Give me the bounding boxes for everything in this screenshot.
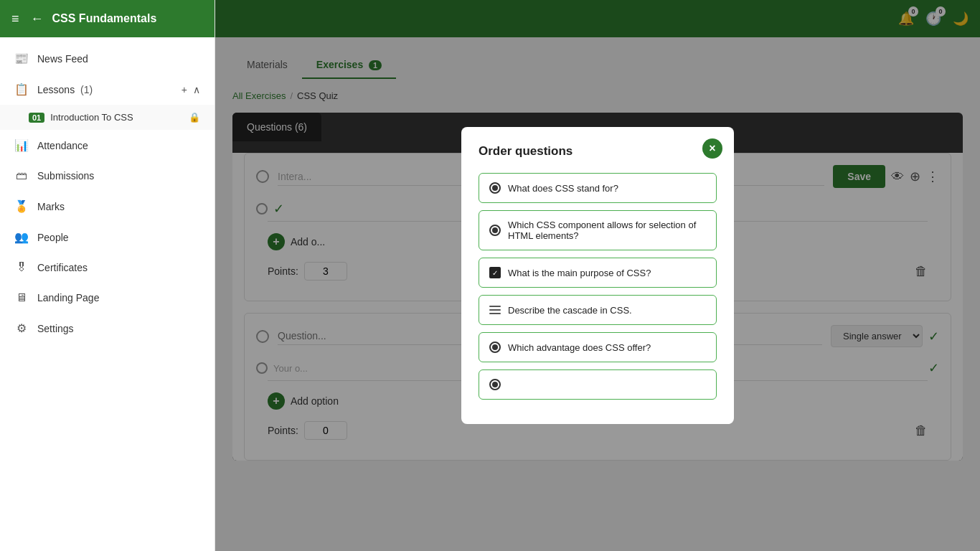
modal-question-item-6[interactable] xyxy=(479,369,717,400)
sidebar-nav: 📰 News Feed 📋 Lessons (1) + ∧ 01 Introdu… xyxy=(0,37,215,551)
sidebar-item-label: News Feed xyxy=(37,53,200,65)
lesson-sub-item[interactable]: 01 Introduction To CSS 🔒 xyxy=(0,105,215,130)
sidebar-item-marks[interactable]: 🏅 Marks xyxy=(0,191,215,222)
landing-page-label: Landing Page xyxy=(37,292,200,303)
attendance-label: Attendance xyxy=(37,140,200,151)
lesson-title: Introduction To CSS xyxy=(50,112,133,123)
landing-page-icon: 🖥 xyxy=(14,291,29,304)
sidebar-item-news-feed[interactable]: 📰 News Feed xyxy=(0,43,215,74)
main-content: 🔔 0 🕐 0 🌙 Materials Exercises 1 All Exer… xyxy=(215,0,980,551)
lessons-collapse-icon[interactable]: ∧ xyxy=(193,84,200,95)
people-label: People xyxy=(37,232,200,243)
modal-question-item-3[interactable]: ✓ What is the main purpose of CSS? xyxy=(479,258,717,288)
sidebar-item-certificates[interactable]: 🎖 Certificates xyxy=(0,253,215,283)
modal-q5-text: Which advantage does CSS offer? xyxy=(508,342,651,353)
svg-point-5 xyxy=(492,344,498,350)
modal-question-item-5[interactable]: Which advantage does CSS offer? xyxy=(479,332,717,362)
news-feed-icon: 📰 xyxy=(14,52,29,65)
modal-overlay: Order questions × What does CSS stand fo… xyxy=(215,0,980,551)
people-icon: 👥 xyxy=(14,230,29,244)
settings-icon: ⚙ xyxy=(14,321,29,335)
modal-title: Order questions xyxy=(479,144,717,159)
radio-icon-5 xyxy=(489,342,501,353)
modal-question-item-4[interactable]: Describe the cascade in CSS. xyxy=(479,295,717,325)
sidebar: ≡ ← CSS Fundamentals 📰 News Feed 📋 Lesso… xyxy=(0,0,215,551)
lessons-icon: 📋 xyxy=(14,83,29,96)
sidebar-item-landing-page[interactable]: 🖥 Landing Page xyxy=(0,283,215,313)
svg-point-7 xyxy=(492,382,498,387)
radio-icon-6 xyxy=(489,379,501,390)
modal-q4-text: Describe the cascade in CSS. xyxy=(508,305,632,316)
lessons-controls: + ∧ xyxy=(182,84,200,95)
modal-q3-text: What is the main purpose of CSS? xyxy=(508,268,651,278)
svg-point-1 xyxy=(492,185,498,191)
modal-close-button[interactable]: × xyxy=(702,138,722,159)
text-icon-4 xyxy=(489,304,501,316)
lessons-add-icon[interactable]: + xyxy=(182,84,187,95)
sidebar-item-lessons[interactable]: 📋 Lessons (1) + ∧ xyxy=(0,74,215,105)
lessons-label: Lessons (1) xyxy=(37,84,173,95)
certificates-icon: 🎖 xyxy=(14,261,29,274)
menu-icon[interactable]: ≡ xyxy=(11,11,19,27)
modal-q2-text: Which CSS component allows for selection… xyxy=(508,220,706,241)
sidebar-header: ≡ ← CSS Fundamentals xyxy=(0,0,215,37)
sidebar-item-attendance[interactable]: 📊 Attendance xyxy=(0,130,215,161)
sidebar-item-settings[interactable]: ⚙ Settings xyxy=(0,313,215,344)
svg-point-3 xyxy=(492,227,498,233)
submissions-icon: 🗃 xyxy=(14,169,29,182)
sidebar-item-submissions[interactable]: 🗃 Submissions xyxy=(0,161,215,191)
settings-label: Settings xyxy=(37,323,200,334)
checkbox-icon-3: ✓ xyxy=(489,267,501,278)
app-title: CSS Fundamentals xyxy=(52,12,157,25)
submissions-label: Submissions xyxy=(37,170,200,182)
order-questions-modal: Order questions × What does CSS stand fo… xyxy=(461,127,734,424)
modal-question-item-2[interactable]: Which CSS component allows for selection… xyxy=(479,210,717,250)
attendance-icon: 📊 xyxy=(14,138,29,152)
radio-icon-1 xyxy=(489,182,501,194)
marks-label: Marks xyxy=(37,201,200,212)
modal-question-item-1[interactable]: What does CSS stand for? xyxy=(479,173,717,203)
lock-icon: 🔒 xyxy=(189,112,200,123)
lesson-number: 01 xyxy=(29,113,44,123)
back-button[interactable]: ← xyxy=(31,11,44,27)
radio-icon-2 xyxy=(489,225,501,236)
modal-q1-text: What does CSS stand for? xyxy=(508,183,618,194)
certificates-label: Certificates xyxy=(37,262,200,273)
sidebar-item-people[interactable]: 👥 People xyxy=(0,222,215,253)
marks-icon: 🏅 xyxy=(14,199,29,213)
